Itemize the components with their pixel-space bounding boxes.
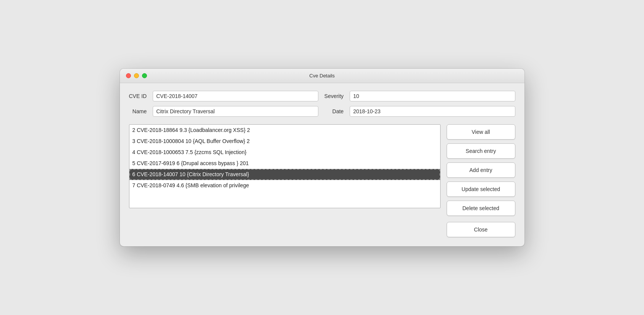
close-window-button[interactable]: [126, 73, 131, 78]
date-label: Date: [324, 108, 344, 114]
form-grid: CVE ID Severity Name Date: [129, 91, 515, 117]
severity-label: Severity: [324, 93, 344, 99]
date-input[interactable]: [350, 106, 515, 117]
close-button[interactable]: Close: [447, 222, 515, 237]
search-entry-button[interactable]: Search entry: [447, 143, 515, 159]
list-item[interactable]: 5 CVE-2017-6919 6 {Drupal access bypass …: [129, 158, 440, 169]
buttons-panel: View all Search entry Add entry Update s…: [447, 124, 515, 216]
name-label: Name: [129, 108, 147, 114]
title-bar: Cve Details: [120, 69, 525, 83]
list-item[interactable]: 4 CVE-2018-1000653 7.5 {zzcms SQL Inject…: [129, 147, 440, 158]
update-selected-button[interactable]: Update selected: [447, 182, 515, 197]
list-item[interactable]: 6 CVE-2018-14007 10 {Citrix Directory Tr…: [129, 169, 440, 180]
delete-selected-button[interactable]: Delete selected: [447, 201, 515, 216]
list-item[interactable]: 7 CVE-2018-0749 4.6 {SMB elevation of pr…: [129, 180, 440, 191]
view-all-button[interactable]: View all: [447, 124, 515, 140]
list-item[interactable]: 2 CVE-2018-18864 9.3 {Loadbalancer.org X…: [129, 125, 440, 136]
name-input[interactable]: [153, 106, 318, 117]
minimize-window-button[interactable]: [134, 73, 139, 78]
cve-id-input[interactable]: [153, 91, 318, 101]
window-title: Cve Details: [309, 73, 334, 79]
cve-id-label: CVE ID: [129, 93, 147, 99]
bottom-bar: Close: [129, 222, 515, 237]
cve-list[interactable]: 2 CVE-2018-18864 9.3 {Loadbalancer.org X…: [129, 125, 440, 208]
main-window: Cve Details CVE ID Severity Name Date 2 …: [120, 69, 525, 246]
severity-input[interactable]: [350, 91, 515, 101]
main-area: 2 CVE-2018-18864 9.3 {Loadbalancer.org X…: [129, 124, 515, 216]
window-content: CVE ID Severity Name Date 2 CVE-2018-188…: [120, 83, 525, 246]
add-entry-button[interactable]: Add entry: [447, 162, 515, 178]
list-item[interactable]: 3 CVE-2018-1000804 10 {AQL Buffer Overfl…: [129, 136, 440, 147]
cve-list-container: 2 CVE-2018-18864 9.3 {Loadbalancer.org X…: [129, 124, 441, 208]
traffic-lights: [126, 73, 147, 78]
maximize-window-button[interactable]: [142, 73, 147, 78]
